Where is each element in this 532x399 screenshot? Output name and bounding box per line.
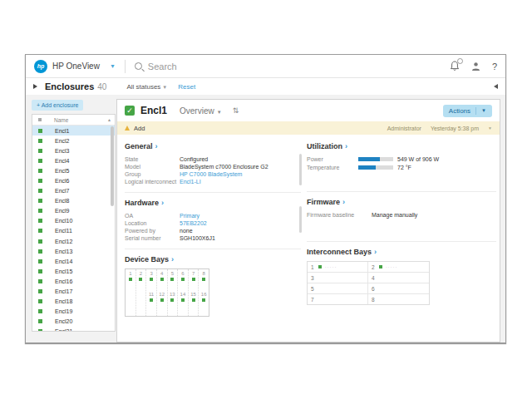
chevron-down-icon[interactable]: ▼ xyxy=(488,126,492,131)
list-item[interactable]: Encl19 xyxy=(32,307,115,317)
logical-interconnect-link[interactable]: Encl1-LI xyxy=(180,178,201,185)
device-bay[interactable]: 311 xyxy=(146,269,157,316)
oa-link[interactable]: Primary xyxy=(180,212,200,219)
hp-logo-icon: hp xyxy=(34,60,47,73)
power-bar xyxy=(358,157,393,161)
list-item[interactable]: Encl4 xyxy=(32,155,115,165)
interconnect-bay[interactable]: 3 xyxy=(308,273,368,283)
sort-ascending-icon[interactable]: ▲ xyxy=(107,117,111,122)
status-ok-icon xyxy=(181,298,185,302)
list-item[interactable]: Encl16 xyxy=(32,276,115,286)
top-banner: hp HP OneView ▼ Search ? xyxy=(26,55,505,78)
hardware-row: OAPrimary xyxy=(125,212,301,219)
device-bay[interactable]: 1 xyxy=(126,269,136,316)
list-item[interactable]: Encl1 xyxy=(32,126,115,135)
view-selector-dropdown[interactable]: Overview▼ xyxy=(180,106,222,116)
list-item[interactable]: Encl15 xyxy=(32,266,115,276)
general-row: StateConfigured xyxy=(125,155,301,163)
status-ok-icon xyxy=(38,189,42,193)
status-ok-icon xyxy=(160,298,164,302)
status-ok-icon xyxy=(38,279,42,283)
list-item[interactable]: Encl6 xyxy=(32,175,115,185)
help-icon[interactable]: ? xyxy=(492,62,497,71)
expand-menu-icon[interactable] xyxy=(33,84,37,89)
device-bay[interactable]: 2 xyxy=(136,269,147,316)
status-ok-icon xyxy=(38,259,42,264)
location-link[interactable]: 57EB2202 xyxy=(180,219,207,227)
name-column-header[interactable]: Name xyxy=(54,117,68,123)
collapse-panel-icon[interactable] xyxy=(494,84,498,89)
list-header[interactable]: Name ▲ xyxy=(32,115,115,126)
resource-count: 40 xyxy=(97,82,106,91)
app-window: hp HP OneView ▼ Search ? Enclosures 40 A… xyxy=(25,54,506,343)
sort-toggle-icon[interactable]: ⇅ xyxy=(233,106,239,115)
status-ok-icon xyxy=(139,278,142,281)
interconnect-bay[interactable]: 4 xyxy=(368,273,429,283)
detail-header: ✓ Encl1 Overview▼ ⇅ Actions▼ xyxy=(117,100,500,121)
interconnect-bay[interactable]: 1····· xyxy=(308,262,368,272)
status-ok-icon xyxy=(150,298,153,302)
status-filter-dropdown[interactable]: All statuses▼ xyxy=(126,83,167,91)
list-item[interactable]: Encl20 xyxy=(32,317,115,327)
hardware-section-link[interactable]: Hardware› xyxy=(125,199,301,207)
hardware-row: Powered bynone xyxy=(125,227,301,234)
user-icon[interactable] xyxy=(471,62,480,71)
list-item[interactable]: Encl21 xyxy=(32,327,115,332)
interconnect-bay[interactable]: 8 xyxy=(368,294,429,304)
list-item[interactable]: Encl18 xyxy=(32,297,115,307)
interconnect-bay[interactable]: 6 xyxy=(368,283,429,293)
list-item[interactable]: Encl8 xyxy=(32,196,115,206)
status-ok-icon xyxy=(38,319,42,323)
interconnect-bay[interactable]: 5 xyxy=(308,283,368,293)
actions-button[interactable]: Actions▼ xyxy=(443,105,492,117)
device-bay[interactable]: 614 xyxy=(178,269,189,316)
divider xyxy=(125,192,301,193)
status-ok-icon xyxy=(38,179,42,183)
firmware-section-link[interactable]: Firmware› xyxy=(307,198,496,206)
list-item[interactable]: Encl7 xyxy=(32,186,115,196)
warning-icon xyxy=(125,126,130,131)
list-item[interactable]: Encl11 xyxy=(32,226,115,236)
status-ok-icon xyxy=(192,298,195,302)
interconnect-bay[interactable]: 2····· xyxy=(368,262,429,272)
device-bays-section-link[interactable]: Device Bays› xyxy=(125,255,301,264)
status-ok-icon xyxy=(192,278,195,281)
chevron-down-icon[interactable]: ▼ xyxy=(110,63,116,69)
search-icon xyxy=(135,62,142,70)
section-scrollbar[interactable] xyxy=(299,154,302,185)
general-row: Logical interconnectEncl1-LI xyxy=(125,178,301,185)
list-item[interactable]: Encl5 xyxy=(32,165,115,175)
reset-link[interactable]: Reset xyxy=(178,83,195,91)
add-enclosure-button[interactable]: + Add enclosure xyxy=(32,100,83,111)
general-section-link[interactable]: General› xyxy=(125,142,301,150)
interconnect-bays-diagram: 1····· 2····· 3 4 5 6 7 xyxy=(307,261,430,305)
device-bay[interactable]: 715 xyxy=(189,269,200,316)
status-ok-check-icon: ✓ xyxy=(125,106,135,116)
interconnect-bays-section-link[interactable]: Interconnect Bays› xyxy=(307,248,496,256)
task-banner[interactable]: Add Administrator Yesterday 5:38 pm ▼ xyxy=(117,121,500,135)
notifications-bell-icon[interactable] xyxy=(450,61,460,71)
list-item[interactable]: Encl17 xyxy=(32,287,115,297)
list-item[interactable]: Encl13 xyxy=(32,246,115,256)
list-item[interactable]: Encl9 xyxy=(32,206,115,216)
device-bay[interactable]: 513 xyxy=(168,269,179,316)
list-item[interactable]: Encl3 xyxy=(32,145,115,155)
list-item[interactable]: Encl10 xyxy=(32,216,115,226)
search-input[interactable]: Search xyxy=(148,62,177,71)
status-ok-icon xyxy=(170,298,174,302)
notification-badge xyxy=(457,58,463,64)
device-bay[interactable]: 816 xyxy=(199,269,209,316)
section-scrollbar[interactable] xyxy=(299,206,302,233)
group-link[interactable]: HP C7000 BladeSystem xyxy=(180,170,242,178)
status-ok-icon xyxy=(379,265,382,268)
list-item[interactable]: Encl2 xyxy=(32,135,115,145)
list-scrollbar[interactable] xyxy=(111,126,114,206)
device-bay[interactable]: 412 xyxy=(157,269,168,316)
list-item[interactable]: Encl14 xyxy=(32,256,115,266)
interconnect-bay[interactable]: 7 xyxy=(308,294,368,304)
status-ok-icon xyxy=(38,249,42,254)
status-ok-icon xyxy=(38,139,42,143)
status-ok-icon xyxy=(318,265,322,268)
utilization-section-link[interactable]: Utilization› xyxy=(307,142,496,150)
list-item[interactable]: Encl12 xyxy=(32,236,115,246)
